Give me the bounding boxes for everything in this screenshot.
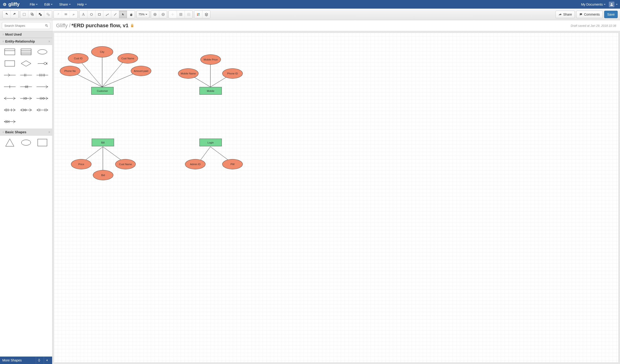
save-button[interactable]: Save (604, 11, 618, 18)
app-logo: gliffy (2, 2, 19, 7)
zoom-select[interactable]: 75% (136, 11, 149, 18)
entity-login[interactable]: Login (200, 139, 222, 146)
share-button[interactable]: Share (556, 11, 575, 18)
er-rel-13[interactable] (2, 118, 18, 126)
attr-phone-no[interactable]: Phone No (60, 66, 80, 76)
attr-cust-name[interactable]: Cust Name (118, 53, 138, 63)
er-shape-diamond[interactable] (18, 59, 34, 68)
entity-bill[interactable]: Bill (92, 139, 114, 146)
attr-mobile-price[interactable]: Mobile Price (200, 54, 221, 65)
diagram-canvas[interactable]: Customer Cust ID City Cust Name Phone No… (54, 32, 619, 363)
snap-grid-button[interactable] (185, 11, 192, 18)
attr-admin-id[interactable]: Admin ID (185, 159, 205, 169)
attr-cust-id[interactable]: Cust ID (68, 53, 88, 63)
er-rel-12[interactable] (34, 106, 50, 114)
zoom-in-button[interactable] (151, 11, 159, 18)
entity-customer[interactable]: Customer (91, 87, 114, 95)
svg-line-25 (47, 26, 48, 27)
menu-my-documents[interactable]: My Documents (578, 0, 609, 9)
basic-ellipse[interactable] (18, 138, 34, 147)
arrange-button[interactable] (44, 11, 52, 18)
entity-mobile[interactable]: Mobile (200, 87, 222, 95)
er-shape-table1[interactable] (2, 48, 18, 56)
menu-edit[interactable]: Edit (41, 0, 56, 9)
chevron-down-icon[interactable] (616, 4, 618, 5)
top-nav: gliffy File Edit Share Help My Documents (0, 0, 620, 9)
menu-share[interactable]: Share (56, 0, 74, 9)
fit-button[interactable] (20, 11, 28, 18)
connector-tool[interactable] (103, 11, 111, 18)
er-shape-rect[interactable] (2, 59, 18, 68)
section-most-used[interactable]: ≡Most Used (0, 31, 52, 38)
pointer-tool[interactable] (119, 11, 127, 18)
er-rel-11[interactable] (18, 106, 34, 114)
attr-price[interactable]: Price (71, 159, 92, 169)
pan-tool[interactable] (127, 11, 135, 18)
collapse-sidebar-icon[interactable] (44, 357, 50, 364)
search-shapes-input[interactable] (2, 22, 50, 29)
attr-cust-name-2[interactable]: Cust Name (115, 159, 136, 169)
page-title[interactable]: *ERD purchase flow, v1 (71, 23, 128, 29)
close-icon[interactable]: × (48, 130, 50, 134)
svg-rect-77 (38, 139, 47, 146)
menu-help[interactable]: Help (74, 0, 90, 9)
svg-marker-75 (6, 139, 14, 146)
er-rel-4[interactable] (2, 83, 18, 91)
section-entity-relationship[interactable]: ≡Entity-Relationship× (0, 38, 52, 45)
toolbar: A 75% Share Comments Save (0, 9, 620, 20)
chevron-down-icon (604, 4, 605, 5)
section-basic-shapes[interactable]: ≡Basic Shapes× (0, 129, 52, 136)
attr-pw[interactable]: PW (222, 159, 243, 169)
layers-button[interactable] (202, 11, 210, 18)
grip-icon: ≡ (2, 130, 4, 134)
share-icon (558, 13, 562, 16)
rect-tool[interactable] (95, 11, 103, 18)
basic-triangle[interactable] (2, 138, 18, 147)
attr-bid[interactable]: Bid (93, 170, 113, 180)
attr-city[interactable]: City (91, 46, 113, 58)
er-rel-6[interactable] (34, 83, 50, 91)
more-shapes-link[interactable]: More Shapes (2, 358, 22, 362)
er-rel-1[interactable] (2, 71, 18, 79)
svg-rect-4 (40, 14, 42, 16)
er-shape-key[interactable] (34, 59, 50, 68)
svg-rect-26 (5, 49, 15, 55)
breadcrumb[interactable]: Gliffy / (56, 23, 71, 29)
er-shape-ellipse[interactable] (34, 48, 50, 56)
group-button[interactable] (28, 11, 36, 18)
grip-icon: ≡ (2, 40, 4, 43)
theme-button[interactable] (194, 11, 202, 18)
lock-icon (130, 24, 134, 28)
basic-rect[interactable] (34, 138, 50, 147)
svg-rect-0 (23, 13, 26, 15)
user-icon (610, 2, 614, 6)
redo-button[interactable] (11, 11, 18, 18)
svg-rect-9 (98, 14, 100, 15)
attr-mobile-name[interactable]: Mobile Name (178, 68, 199, 79)
er-rel-2[interactable] (18, 71, 34, 79)
attr-amount-paid[interactable]: Amount paid (131, 66, 151, 76)
svg-point-10 (106, 15, 107, 16)
avatar[interactable] (609, 2, 614, 7)
er-rel-8[interactable] (18, 94, 34, 103)
svg-rect-7 (64, 13, 67, 15)
ungroup-button[interactable] (36, 11, 44, 18)
comments-button[interactable]: Comments (576, 11, 603, 18)
close-icon[interactable]: × (48, 40, 50, 43)
grid-button[interactable] (177, 11, 185, 18)
expand-icon[interactable] (36, 357, 42, 364)
er-rel-10[interactable] (2, 106, 18, 114)
line-tool[interactable] (111, 11, 119, 18)
er-rel-7[interactable] (2, 94, 18, 103)
ellipse-tool[interactable] (87, 11, 95, 18)
attr-phone-id[interactable]: Phone ID (222, 68, 243, 79)
er-shape-table2[interactable] (18, 48, 34, 56)
menu-file[interactable]: File (27, 0, 41, 9)
er-rel-3[interactable] (34, 71, 50, 79)
er-rel-9[interactable] (34, 94, 50, 103)
comment-icon (579, 13, 583, 16)
zoom-out-button[interactable] (159, 11, 167, 18)
text-tool[interactable]: A (79, 11, 87, 18)
er-rel-5[interactable] (18, 83, 34, 91)
undo-button[interactable] (2, 11, 11, 18)
